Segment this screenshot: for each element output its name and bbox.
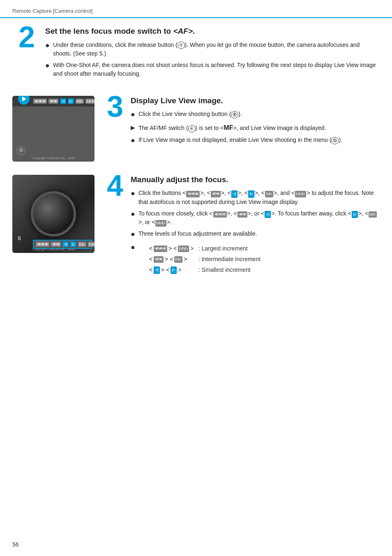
step-3-block: ≪≪≪ ≪≪ ◁ ▷ ▷▷ ▷▷▷ Copyright CANON INC. 2… bbox=[12, 96, 380, 162]
step-2-number: 2 bbox=[12, 22, 41, 81]
circle-5: ⑤ bbox=[178, 42, 185, 49]
step-4-block: Copyright CANON INC. 2009 ⏸ ≪≪≪ ≪≪ ◁ ▷ ▷… bbox=[12, 175, 380, 280]
increment-label-1: : Largest increment bbox=[198, 244, 248, 253]
step-3-num-title: 3 Display Live View image. ● Click the L… bbox=[103, 96, 380, 149]
step-3-number: 3 bbox=[103, 92, 127, 121]
inc3-r: ▷ bbox=[171, 266, 177, 274]
step-4-number: 4 bbox=[103, 171, 127, 200]
step-2-content: Set the lens focus mode switch to <AF>. … bbox=[41, 26, 380, 81]
step-3-image-col: ≪≪≪ ≪≪ ◁ ▷ ▷▷ ▷▷▷ Copyright CANON INC. 2… bbox=[12, 96, 95, 162]
increment-table: <≪≪≪> <▷▷▷> : Largest increment <≪≪> <▷▷… bbox=[149, 244, 261, 276]
lens-circle bbox=[31, 191, 76, 236]
bullet-dot-3-1: ● bbox=[131, 109, 135, 120]
step-4-focus-bar: ≪≪≪ ≪≪ ◁ ▷ ▷▷ ▷▷▷ bbox=[33, 240, 92, 249]
step-3-bullet-3: ● If Live View image is not displayed, e… bbox=[131, 136, 342, 146]
increment-icons-3: <◁> <▷> bbox=[149, 266, 198, 274]
inc3-l: ◁ bbox=[154, 266, 160, 274]
b2-rrr: ▷▷▷ bbox=[155, 220, 166, 227]
step-3-bullet-1: ● Click the Live View shooting button (⑯… bbox=[131, 110, 342, 120]
step-2-block: 2 Set the lens focus mode switch to <AF>… bbox=[12, 26, 380, 81]
step-4-bullet-3: ● Three levels of focus adjustment are a… bbox=[131, 229, 380, 240]
step-2-bullet-1: ● Under these conditions, click the rele… bbox=[45, 41, 380, 58]
b2-r: ▷ bbox=[352, 211, 358, 218]
b-ll: ≪≪ bbox=[211, 191, 221, 197]
step-4-image-col: Copyright CANON INC. 2009 ⏸ ≪≪≪ ≪≪ ◁ ▷ ▷… bbox=[12, 175, 95, 280]
b2-l: ◁ bbox=[265, 211, 271, 218]
step-4-bullet-1-text: Click the buttons <≪≪≪>, <≪≪>, <◁>, <▷>,… bbox=[138, 189, 380, 206]
step-2-title-prefix: Set the lens focus mode switch to bbox=[45, 27, 173, 35]
focus4-r: ▷ bbox=[70, 241, 76, 247]
focus4-rr: ▷▷ bbox=[78, 242, 86, 247]
content-area: 2 Set the lens focus mode switch to <AF>… bbox=[0, 18, 392, 309]
inc1-rrr: ▷▷▷ bbox=[178, 246, 189, 252]
step-3-bullet-2: ▶ The AF/MF switch (⑥) is set to <MF>, a… bbox=[131, 123, 342, 133]
focus-btn-ll: ≪≪ bbox=[48, 99, 58, 104]
step-4-title-area: Manually adjust the focus. ● Click the b… bbox=[127, 175, 380, 280]
page-header-text: Remote Capture [Camera control] bbox=[12, 8, 92, 14]
step-3-right-col: 3 Display Live View image. ● Click the L… bbox=[103, 96, 380, 162]
step-2-bullet-2: ● With One-Shot AF, the camera does not … bbox=[45, 61, 380, 78]
bullet-dot-4-3: ● bbox=[131, 229, 135, 240]
step-3-bullet-3-text: If Live View image is not displayed, ena… bbox=[138, 136, 342, 144]
increment-icons-2: <≪≪> <▷▷> bbox=[149, 255, 198, 264]
focus-btn-l: ◁ bbox=[60, 98, 66, 104]
b2-ll: ≪≪ bbox=[238, 211, 247, 218]
b-rr: ▷▷ bbox=[265, 191, 273, 197]
b2-lll: ≪≪≪ bbox=[213, 211, 227, 218]
focus-btn-rr: ▷▷ bbox=[76, 99, 84, 104]
circle-15: ⑮ bbox=[331, 137, 339, 144]
step-2-title-code: <AF> bbox=[173, 27, 193, 35]
step-4-bullet-4: ● <≪≪≪> <▷▷▷> : Largest increment bbox=[131, 243, 380, 276]
step-4-bullet-1: ● Click the buttons <≪≪≪>, <≪≪>, <◁>, <▷… bbox=[131, 189, 380, 206]
arrow-icon-1: ▶ bbox=[131, 123, 135, 132]
focus-btn-r: ▷ bbox=[68, 98, 74, 104]
increment-row-2: <≪≪> <▷▷> : Intermediate increment bbox=[149, 255, 261, 264]
b-r: ▷ bbox=[248, 190, 254, 198]
bullet-dot-1: ● bbox=[45, 40, 50, 51]
step-3-bullet-2-text: The AF/MF switch (⑥) is set to <MF>, and… bbox=[138, 123, 326, 133]
focus4-rrr: ▷▷▷ bbox=[88, 242, 95, 247]
step-2-title: Set the lens focus mode switch to <AF>. bbox=[45, 26, 380, 37]
focus4-ll: ≪≪ bbox=[51, 242, 61, 247]
inc2-ll: ≪≪ bbox=[154, 256, 164, 263]
focus-btn-lll: ≪≪≪ bbox=[33, 99, 47, 104]
increment-label-2: : Intermediate increment bbox=[198, 255, 261, 264]
bullet-dot-2: ● bbox=[45, 60, 50, 71]
focus4-lll: ≪≪≪ bbox=[36, 242, 49, 247]
b2-rr: ▷▷ bbox=[369, 211, 377, 218]
step-3-bullet-list: ● Click the Live View shooting button (⑯… bbox=[131, 110, 342, 146]
step-2-bullet-list: ● Under these conditions, click the rele… bbox=[45, 41, 380, 78]
step-4-num-title: 4 Manually adjust the focus. ● Click the… bbox=[103, 175, 380, 280]
step-3-copyright: Copyright CANON INC. 2009 bbox=[12, 156, 95, 160]
inc2-rr: ▷▷ bbox=[174, 256, 182, 263]
step-4-title: Manually adjust the focus. bbox=[131, 175, 380, 185]
step-2-bullet-1-text: Under these conditions, click the releas… bbox=[53, 41, 380, 58]
step-3-bullet-1-text: Click the Live View shooting button (⑯). bbox=[138, 110, 242, 118]
bullet-dot-4-1: ● bbox=[131, 188, 135, 199]
step-4-bullet-2-text: To focus more closely, click <≪≪≪>, <≪≪>… bbox=[138, 209, 380, 227]
increment-icons-1: <≪≪≪> <▷▷▷> bbox=[149, 244, 198, 253]
circle-6: ⑥ bbox=[188, 125, 196, 132]
circle-16: ⑯ bbox=[231, 111, 238, 118]
increment-row-1: <≪≪≪> <▷▷▷> : Largest increment bbox=[149, 244, 261, 253]
increment-row-3: <◁> <▷> : Smallest increment bbox=[149, 266, 261, 274]
step-4-bullet-3-text: Three levels of focus adjustment are ava… bbox=[138, 229, 257, 238]
focus-btn-rrr: ▷▷▷ bbox=[85, 99, 95, 104]
pause-icon: ⏸ bbox=[16, 235, 22, 241]
step-3-title-area: Display Live View image. ● Click the Liv… bbox=[127, 96, 342, 149]
step-2-title-suffix: . bbox=[193, 27, 195, 35]
focus4-l: ◁ bbox=[62, 241, 69, 247]
step-4-bullet-list: ● Click the buttons <≪≪≪>, <≪≪>, <◁>, <▷… bbox=[131, 189, 380, 276]
step-2-bullet-2-text: With One-Shot AF, the camera does not sh… bbox=[53, 61, 380, 78]
inc1-lll: ≪≪≪ bbox=[154, 246, 167, 252]
b-rrr: ▷▷▷ bbox=[295, 191, 306, 197]
increment-label-3: : Smallest increment bbox=[198, 266, 251, 274]
step-4-right-col: 4 Manually adjust the focus. ● Click the… bbox=[103, 175, 380, 280]
page-number: 56 bbox=[12, 541, 19, 548]
step-4-camera-image: Copyright CANON INC. 2009 ⏸ ≪≪≪ ≪≪ ◁ ▷ ▷… bbox=[12, 175, 95, 253]
step-3-camera-image: ≪≪≪ ≪≪ ◁ ▷ ▷▷ ▷▷▷ Copyright CANON INC. 2… bbox=[12, 96, 95, 162]
bullet-dot-4-4: ● bbox=[131, 242, 135, 253]
circle-16-icon: ⑯ bbox=[16, 146, 25, 155]
step-3-title: Display Live View image. bbox=[131, 96, 342, 106]
bullet-dot-3-3: ● bbox=[131, 135, 135, 146]
